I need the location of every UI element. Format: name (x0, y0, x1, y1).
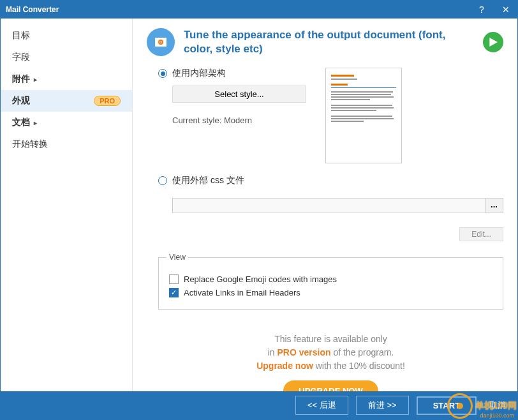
radio-icon (158, 176, 167, 185)
sidebar-item-label: 字段 (12, 52, 30, 63)
back-button[interactable]: << 后退 (295, 396, 348, 415)
promo-text: This feature is available only in PRO ve… (158, 333, 503, 391)
sidebar-item-label: 开始转换 (12, 139, 48, 150)
radio-label: 使用外部 css 文件 (172, 175, 244, 186)
sidebar-item-label: 文档 (12, 117, 30, 128)
checkbox-label: Replace Google Emoji codes with images (184, 274, 337, 284)
upgrade-button[interactable]: UPGRADE NOW (283, 380, 378, 391)
chevron-right-icon: ▸ (34, 76, 37, 83)
sidebar-item-label: 外观 (12, 95, 30, 107)
help-button[interactable]: ? (475, 4, 488, 15)
view-fieldset: View Replace Google Emoji codes with ima… (158, 253, 503, 310)
sidebar-item-target[interactable]: 目标 (1, 25, 132, 47)
forward-button[interactable]: 前进 >> (356, 396, 409, 415)
sidebar: 目标 字段 附件▸ 外观 PRO 文档▸ 开始转换 (1, 19, 133, 391)
footer: << 后退 前进 >> START 取消 (1, 391, 517, 419)
play-button[interactable] (483, 32, 503, 52)
page-title: Tune the appearance of the output docume… (184, 28, 474, 56)
radio-external-css[interactable]: 使用外部 css 文件 (158, 175, 503, 186)
sidebar-item-label: 附件 (12, 73, 30, 85)
svg-marker-3 (489, 38, 498, 47)
edit-button[interactable]: Edit... (459, 227, 503, 241)
sidebar-item-start[interactable]: 开始转换 (1, 133, 132, 155)
play-icon (489, 38, 498, 47)
sidebar-item-attachments[interactable]: 附件▸ (1, 68, 132, 90)
svg-point-2 (160, 41, 162, 43)
css-path-input[interactable] (172, 198, 485, 213)
sidebar-item-document[interactable]: 文档▸ (1, 112, 132, 133)
select-style-button[interactable]: Select style... (172, 86, 306, 103)
sidebar-item-appearance[interactable]: 外观 PRO (1, 90, 132, 112)
main-panel: Tune the appearance of the output docume… (133, 19, 517, 391)
titlebar: Mail Converter ? ✕ (1, 1, 517, 19)
checkbox-activate-links[interactable]: ✓ Activate Links in Email Headers (169, 288, 492, 297)
titlebar-controls: ? ✕ (475, 4, 512, 15)
checkbox-icon (169, 274, 179, 284)
appearance-icon (147, 28, 175, 56)
window-title: Mail Converter (6, 5, 59, 14)
pro-badge: PRO (94, 96, 121, 106)
cancel-link[interactable]: 取消 (489, 400, 506, 411)
close-button[interactable]: ✕ (500, 4, 512, 15)
chevron-right-icon: ▸ (34, 119, 37, 126)
sidebar-item-fields[interactable]: 字段 (1, 47, 132, 68)
radio-label: 使用内部架构 (172, 68, 226, 79)
checkbox-replace-emoji[interactable]: Replace Google Emoji codes with images (169, 274, 492, 284)
sidebar-item-label: 目标 (12, 30, 30, 41)
radio-internal-style[interactable]: 使用内部架构 (158, 68, 306, 79)
current-style-label: Current style: Modern (172, 116, 306, 125)
checkbox-label: Activate Links in Email Headers (184, 288, 300, 297)
checkbox-icon: ✓ (169, 288, 179, 297)
radio-icon (158, 69, 167, 78)
style-preview (325, 68, 402, 163)
fieldset-legend: View (166, 253, 188, 262)
start-button[interactable]: START (417, 396, 477, 415)
browse-button[interactable]: ... (485, 198, 503, 213)
